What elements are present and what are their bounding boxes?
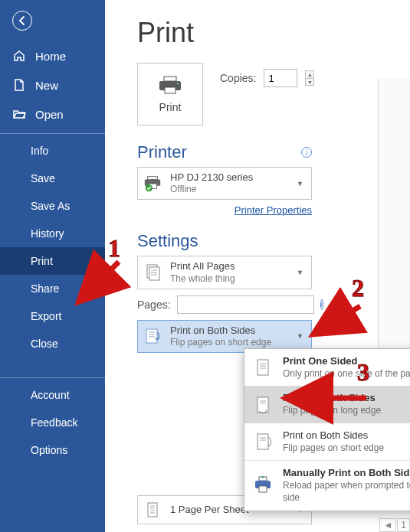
sidebar-item-info[interactable]: Info: [0, 137, 105, 165]
back-button[interactable]: [12, 11, 32, 31]
page-nav-number[interactable]: 1: [397, 518, 410, 532]
svg-rect-17: [148, 503, 157, 517]
print-range-combo[interactable]: Print All Pages The whole thing ▼: [137, 256, 312, 289]
duplex-option-one-sided[interactable]: Print One Sided Only print on one side o…: [244, 349, 410, 386]
backstage-sidebar: Home New Open Info Save Save As History …: [0, 0, 105, 532]
svg-rect-2: [165, 87, 175, 93]
pages-icon: [143, 263, 162, 282]
settings-section-header: Settings: [137, 231, 312, 251]
print-button[interactable]: Print: [137, 63, 203, 126]
sidebar-label-open: Open: [35, 108, 64, 121]
info-icon[interactable]: i: [320, 299, 323, 310]
sidebar-item-new[interactable]: New: [0, 70, 105, 100]
sidebar-item-open[interactable]: Open: [0, 100, 105, 129]
chevron-down-icon: ▼: [294, 269, 307, 276]
copies-group: Copies: ▲ ▼: [220, 69, 314, 87]
page-flip-short-icon: [252, 431, 274, 452]
back-area: [0, 0, 105, 41]
printer-status-icon: [143, 174, 162, 194]
sidebar-item-feedback[interactable]: Feedback: [0, 409, 105, 436]
print-backstage: Print Print Copies: ▲ ▼: [105, 0, 410, 532]
copies-spin-down[interactable]: ▼: [305, 78, 314, 86]
copies-input[interactable]: [264, 69, 297, 87]
sidebar-divider: [0, 133, 105, 134]
page-title: Print: [137, 17, 410, 49]
pages-label: Pages:: [137, 299, 171, 311]
printer-section-header: Printer i: [137, 142, 312, 162]
svg-rect-29: [257, 434, 268, 449]
svg-point-7: [146, 184, 153, 191]
pages-input[interactable]: [177, 295, 314, 314]
copies-spinner: ▲ ▼: [305, 70, 314, 86]
printer-icon: [157, 76, 183, 96]
svg-rect-9: [149, 267, 159, 280]
svg-rect-4: [148, 176, 158, 179]
page-flip-long-icon: [252, 394, 274, 416]
duplex-dropdown: Print One Sided Only print on one side o…: [244, 348, 410, 511]
duplex-icon: [143, 326, 162, 346]
print-button-label: Print: [159, 101, 182, 113]
sidebar-label-new: New: [35, 79, 58, 92]
document-icon: [12, 78, 26, 92]
sidebar-item-save[interactable]: Save: [0, 165, 105, 192]
home-icon: [12, 49, 26, 63]
sidebar-divider: [0, 377, 105, 378]
sidebar-label-home: Home: [35, 50, 66, 63]
printer-combo-text: HP DJ 2130 series Offline: [170, 171, 286, 195]
sidebar-item-account[interactable]: Account: [0, 381, 105, 409]
duplex-option-long-edge[interactable]: Print on Both Sides Flip pages on long e…: [244, 386, 410, 423]
printer-manual-icon: [252, 475, 274, 496]
folder-open-icon: [12, 107, 26, 121]
page-nav: ◄ 1: [379, 518, 410, 532]
sidebar-item-options[interactable]: Options: [0, 436, 105, 464]
sidebar-item-close[interactable]: Close: [0, 330, 105, 357]
duplex-option-short-edge[interactable]: Print on Both Sides Flip pages on short …: [244, 423, 410, 460]
duplex-option-manual[interactable]: Manually Print on Both Sides Reload pape…: [244, 461, 410, 510]
svg-rect-22: [257, 360, 268, 375]
sidebar-item-history[interactable]: History: [0, 220, 105, 247]
svg-rect-34: [259, 486, 267, 492]
printer-properties-link[interactable]: Printer Properties: [137, 204, 312, 216]
page-nav-prev[interactable]: ◄: [379, 518, 396, 532]
printer-combo[interactable]: HP DJ 2130 series Offline ▼: [137, 167, 312, 200]
sidebar-item-share[interactable]: Share: [0, 275, 105, 302]
sidebar-item-print[interactable]: Print: [0, 247, 105, 275]
sidebar-item-export[interactable]: Export: [0, 302, 105, 330]
sidebar-item-home[interactable]: Home: [0, 41, 105, 70]
sidebar-item-saveas[interactable]: Save As: [0, 192, 105, 220]
page-single-icon: [252, 357, 274, 378]
svg-rect-13: [146, 329, 157, 343]
sheet-icon: [143, 500, 162, 520]
svg-point-3: [177, 82, 179, 84]
chevron-down-icon: ▼: [294, 180, 307, 188]
chevron-down-icon: ▼: [294, 332, 307, 340]
copies-label: Copies:: [220, 72, 256, 84]
svg-rect-26: [257, 397, 268, 413]
info-icon[interactable]: i: [301, 147, 312, 158]
svg-rect-0: [164, 77, 176, 81]
copies-spin-up[interactable]: ▲: [305, 70, 314, 78]
